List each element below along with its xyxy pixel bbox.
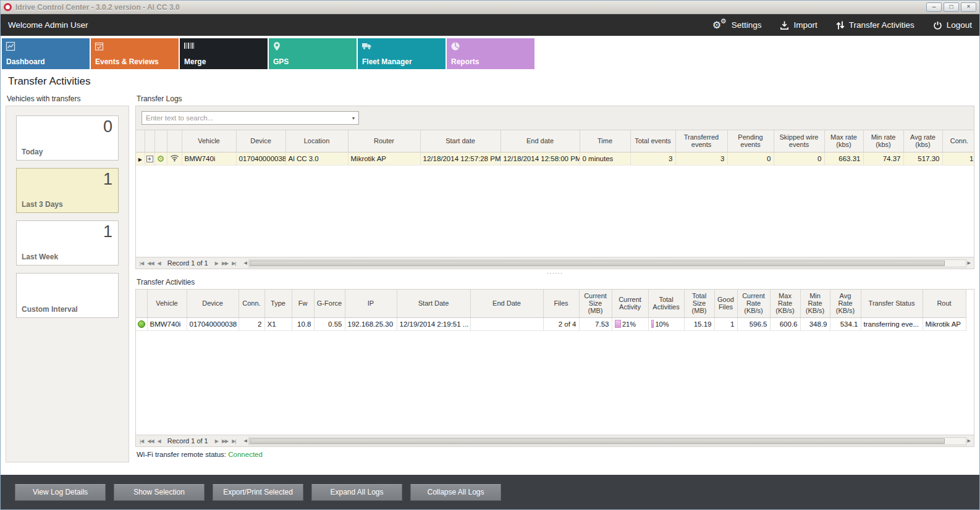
view-log-details-button[interactable]: View Log Details [15, 484, 106, 501]
filter-card-last-3-days[interactable]: 1 Last 3 Days [16, 168, 119, 213]
col-good-files[interactable]: Good Files [714, 290, 737, 317]
tab-reports[interactable]: Reports [447, 38, 534, 69]
col-conn[interactable]: Conn. [942, 130, 974, 152]
col-current-size[interactable]: Current Size (MB) [579, 290, 612, 317]
settings-button[interactable]: ⚙⚙ Settings [712, 19, 762, 31]
col-ip[interactable]: IP [345, 290, 397, 317]
col-end-date[interactable]: End date [501, 130, 580, 152]
tab-events-reviews[interactable]: Events & Reviews [91, 38, 179, 69]
scroll-right-icon[interactable]: ▶ [966, 261, 972, 265]
power-icon [933, 20, 942, 30]
first-page-button[interactable]: |◀ [138, 438, 145, 444]
close-button[interactable]: × [961, 2, 976, 12]
col-expand [145, 130, 154, 152]
cell-avg-rate: 517.30 [903, 152, 942, 165]
panel-splitter[interactable]: ······ [135, 269, 974, 277]
scrollbar-thumb[interactable] [250, 261, 945, 266]
filter-card-today[interactable]: 0 Today [16, 115, 119, 161]
col-total-events[interactable]: Total events [630, 130, 675, 152]
scrollbar-track[interactable] [248, 259, 966, 267]
prev-page-button[interactable]: ◀ [156, 438, 163, 444]
col-avg-rate[interactable]: Avg rate (kbs) [903, 130, 942, 152]
maximize-button[interactable]: □ [944, 2, 959, 12]
col-max-rate[interactable]: Max Rate (KB/s) [770, 290, 800, 317]
tab-gps[interactable]: GPS [269, 38, 357, 69]
col-end-date[interactable]: End Date [470, 290, 543, 317]
col-type[interactable]: Type [264, 290, 292, 317]
col-files[interactable]: Files [543, 290, 579, 317]
search-input[interactable] [142, 114, 348, 122]
last-page-button[interactable]: ▶| [230, 261, 237, 266]
scroll-right-icon[interactable]: ▶ [966, 438, 972, 443]
first-page-button[interactable]: |◀ [138, 261, 145, 266]
col-transfer-status[interactable]: Transfer Status [861, 290, 923, 317]
col-start-date[interactable]: Start Date [397, 290, 470, 317]
tab-merge[interactable]: Merge [180, 38, 268, 69]
col-current-activity[interactable]: Current Activity [612, 290, 648, 317]
scroll-left-icon[interactable]: ◀ [242, 261, 248, 265]
log-row[interactable]: ▶ + ⚙ BMW740i 017040000038 Al CC 3.0 Mik… [136, 152, 974, 165]
col-device[interactable]: Device [236, 130, 285, 152]
tab-dashboard[interactable]: Dashboard [2, 38, 90, 69]
export-print-selected-button[interactable]: Export/Print Selected [213, 484, 303, 501]
expand-all-logs-button[interactable]: Expand All Logs [311, 484, 402, 501]
col-gforce[interactable]: G-Force [314, 290, 345, 317]
search-combobox[interactable]: ▼ [142, 111, 359, 125]
next-page-button[interactable]: ▶ [213, 261, 220, 266]
col-time[interactable]: Time [580, 130, 630, 152]
filter-card-last-week[interactable]: 1 Last Week [16, 220, 119, 265]
import-button[interactable]: Import [780, 20, 817, 30]
col-total-activities[interactable]: Total Activities [648, 290, 684, 317]
logout-button[interactable]: Logout [933, 20, 972, 30]
dropdown-arrow-icon[interactable]: ▼ [348, 116, 358, 120]
scrollbar-thumb[interactable] [250, 438, 945, 444]
col-location[interactable]: Location [285, 130, 348, 152]
col-device[interactable]: Device [187, 290, 239, 317]
minimize-button[interactable]: – [926, 2, 942, 12]
col-start-date[interactable]: Start date [420, 130, 501, 152]
cell-total-size: 15.19 [684, 317, 714, 330]
fast-prev-button[interactable]: ◀◀ [145, 261, 155, 266]
expand-row-icon[interactable]: + [146, 156, 153, 162]
fast-prev-button[interactable]: ◀◀ [145, 438, 155, 444]
horizontal-scrollbar[interactable]: ◀ ▶ [242, 259, 972, 267]
show-selection-button[interactable]: Show Selection [114, 484, 205, 501]
last-page-button[interactable]: ▶| [230, 438, 237, 444]
scroll-left-icon[interactable]: ◀ [242, 438, 248, 443]
transfer-activities-button[interactable]: Transfer Activities [836, 20, 915, 30]
filter-card-custom-interval[interactable]: Custom Interval [16, 273, 119, 318]
next-page-button[interactable]: ▶ [213, 438, 220, 444]
custom-interval-label: Custom Interval [22, 305, 78, 314]
col-skipped-wire-events[interactable]: Skipped wire events [774, 130, 824, 152]
collapse-all-logs-button[interactable]: Collapse All Logs [410, 484, 501, 501]
col-fw[interactable]: Fw [292, 290, 314, 317]
scrollbar-track[interactable] [248, 437, 966, 445]
horizontal-scrollbar[interactable]: ◀ ▶ [242, 437, 972, 445]
col-transferred-events[interactable]: Transferred events [675, 130, 727, 152]
col-min-rate[interactable]: Min rate (kbs) [863, 130, 903, 152]
window-title: Idrive Control Center - 3.0.2 version - … [15, 3, 180, 12]
cell-total-events: 3 [630, 152, 675, 165]
nav-tiles: Dashboard Events & Reviews Merge GPS Fle… [1, 36, 979, 69]
col-pending-events[interactable]: Pending events [727, 130, 774, 152]
col-total-size[interactable]: Total Size (MB) [684, 290, 714, 317]
wifi-status-value: Connected [228, 451, 263, 458]
col-min-rate[interactable]: Min Rate (KB/s) [800, 290, 830, 317]
col-router[interactable]: Rout [923, 290, 966, 317]
col-current-rate[interactable]: Current Rate (KB/s) [737, 290, 770, 317]
col-vehicle[interactable]: Vehicle [147, 290, 187, 317]
col-router[interactable]: Router [348, 130, 420, 152]
col-vehicle[interactable]: Vehicle [182, 130, 236, 152]
col-max-rate[interactable]: Max rate (kbs) [824, 130, 863, 152]
cell-end-date: 12/18/2014 12:58:00 PM [501, 152, 580, 165]
prev-page-button[interactable]: ◀ [156, 261, 163, 266]
fast-next-button[interactable]: ▶▶ [220, 438, 230, 444]
col-conn[interactable]: Conn. [239, 290, 264, 317]
cell-current-rate: 596.5 [737, 317, 770, 330]
activity-row[interactable]: BMW740i 017040000038 2 X1 10.8 0.55 192.… [136, 317, 966, 330]
footer-toolbar: View Log Details Show Selection Export/P… [1, 475, 979, 509]
fast-next-button[interactable]: ▶▶ [220, 261, 230, 266]
window-titlebar[interactable]: Idrive Control Center - 3.0.2 version - … [1, 1, 979, 14]
tab-fleet-manager[interactable]: Fleet Manager [358, 38, 446, 69]
col-avg-rate[interactable]: Avg Rate (KB/s) [830, 290, 861, 317]
